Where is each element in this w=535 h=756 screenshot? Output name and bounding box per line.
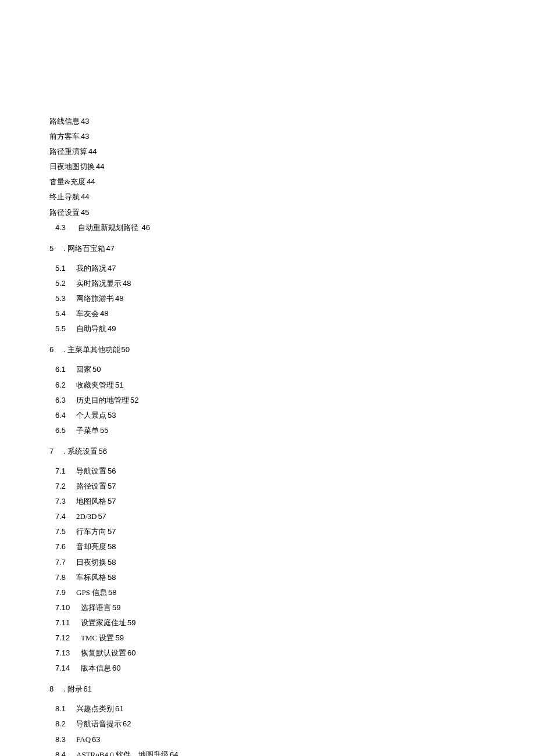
item-page: 59 — [115, 633, 123, 642]
item-page: 57 — [98, 512, 106, 521]
item-number: 7.7 — [55, 556, 76, 569]
toc-plain-item: 路线信息43 — [49, 115, 535, 128]
toc-sub-item: 5.4车友会48 — [49, 307, 535, 320]
toc-plain-item: 杳量&充度44 — [49, 175, 535, 188]
item-number: 8.4 — [55, 748, 76, 756]
section-title: . 网络百宝箱 — [63, 244, 105, 253]
item-title: 设置家庭住址 — [81, 618, 126, 627]
item-page: 43 — [81, 117, 89, 126]
item-title: 自助导航 — [76, 324, 106, 333]
item-page: 62 — [123, 719, 131, 728]
item-title: 子菜单 — [76, 426, 99, 435]
item-number: 7.3 — [55, 495, 76, 508]
item-page: 52 — [130, 396, 138, 404]
item-title: 版本信息 — [81, 664, 111, 672]
toc-item-4-3: 4.3 自动重新规划路径 46 — [49, 221, 535, 234]
item-number: 6.1 — [55, 363, 76, 376]
item-title: 车友会 — [76, 309, 99, 318]
item-number: 5.4 — [55, 307, 76, 320]
section-number: 7 — [49, 445, 63, 458]
section-number: 8 — [49, 683, 63, 696]
item-title: 收藏夹管理 — [76, 381, 114, 389]
item-page: 58 — [108, 588, 116, 597]
item-title: 音却亮度 — [76, 542, 106, 551]
toc-page: 路线信息43前方客车43路径重演算44 日夜地图切换44杳量&充度44终止导航4… — [0, 0, 535, 756]
item-page: 64 — [170, 750, 178, 756]
item-title: 日夜地图切换 — [49, 162, 95, 171]
toc-plain-item: 路径重演算44 — [49, 145, 535, 158]
item-number: 7.11 — [55, 617, 81, 629]
item-page: 57 — [108, 527, 116, 536]
item-title: 选择语言 — [81, 603, 111, 612]
item-page: 57 — [108, 497, 116, 506]
item-title: 网络旅游书 — [76, 294, 114, 303]
item-title: 自动重新规划路径 — [78, 223, 138, 232]
toc-section-heading: 5. 网络百宝箱47 — [49, 242, 535, 255]
section-page: 61 — [84, 685, 92, 693]
item-title: 车标风格 — [76, 573, 106, 582]
item-title: 2D/3D — [76, 512, 97, 521]
item-number: 7.6 — [55, 540, 76, 553]
item-title: 导航语音提示 — [76, 719, 122, 728]
item-page: 43 — [81, 132, 89, 141]
toc-sub-item: 7.5行车方向57 — [49, 525, 535, 538]
toc-plain-item: 日夜地图切换44 — [49, 160, 535, 173]
item-number: 6.2 — [55, 379, 76, 392]
item-title: 杳量&充度 — [49, 177, 85, 186]
toc-section-heading: 7. 系统设置56 — [49, 445, 535, 458]
item-page: 60 — [127, 648, 135, 657]
toc-sub-item: 8.1兴趣点类别61 — [49, 703, 535, 715]
item-page: 44 — [87, 177, 95, 186]
toc-sub-item: 6.1回家50 — [49, 363, 535, 376]
item-number: 8.1 — [55, 703, 76, 715]
toc-sub-item: 7.3地图风格57 — [49, 495, 535, 508]
section-number: 6 — [49, 343, 63, 356]
toc-section-heading: 8. 附录61 — [49, 683, 535, 696]
section-title: . 系统设置 — [63, 447, 98, 456]
toc-sub-item: 6.5子菜单55 — [49, 424, 535, 437]
item-page: 44 — [96, 162, 104, 171]
toc-sub-item: 5.3网络旅游书48 — [49, 292, 535, 305]
section-title: . 附录 — [63, 685, 83, 693]
toc-sub-item: 5.2实时路况显示48 — [49, 277, 535, 290]
item-title: TMC 设置 — [81, 633, 114, 642]
toc-sub-item: 6.2收藏夹管理51 — [49, 379, 535, 392]
item-title: 个人景点 — [76, 411, 106, 420]
toc-sub-item: 8.4ASTRoB4.0 软件、地图升级64 — [49, 748, 535, 756]
item-title: GPS 信息 — [76, 588, 107, 597]
item-number: 7.5 — [55, 525, 76, 538]
toc-sub-item: 7.12TMC 设置59 — [49, 632, 535, 644]
item-title: 导航设置 — [76, 467, 106, 475]
item-page: 47 — [108, 264, 116, 273]
item-number: 8.3 — [55, 733, 76, 746]
item-title: ASTRoB4.0 软件、地图升级 — [76, 750, 169, 756]
item-page: 55 — [100, 426, 108, 435]
item-title: 路径设置 — [76, 482, 106, 490]
item-number: 5.2 — [55, 277, 76, 290]
toc-sub-item: 6.4个人景点53 — [49, 409, 535, 422]
item-number: 7.9 — [55, 586, 76, 599]
item-title: 我的路况 — [76, 264, 106, 273]
item-number: 7.13 — [55, 647, 81, 660]
item-page: 61 — [115, 704, 123, 713]
item-number: 7.12 — [55, 632, 81, 644]
item-number: 4.3 — [55, 221, 76, 234]
toc-sub-item: 6.3历史目的地管理52 — [49, 394, 535, 407]
item-page: 48 — [123, 279, 131, 288]
item-page: 44 — [81, 192, 89, 201]
item-title: 路径重演算 — [49, 147, 87, 156]
toc-section-heading: 6. 主菜单其他功能50 — [49, 343, 535, 356]
toc-sub-item: 8.2导航语音提示62 — [49, 718, 535, 730]
item-number: 7.8 — [55, 571, 76, 584]
item-number: 6.4 — [55, 409, 76, 422]
toc-sub-item: 7.1导航设置56 — [49, 465, 535, 478]
item-page: 45 — [81, 208, 89, 217]
toc-plain-item: 前方客车43 — [49, 130, 535, 143]
item-title: 兴趣点类别 — [76, 704, 114, 713]
toc-sub-item: 8.3FAQ63 — [49, 733, 535, 746]
item-title: 路径设置 — [49, 208, 80, 217]
item-title: 历史目的地管理 — [76, 396, 129, 404]
toc-sub-item: 7.13恢复默认设置60 — [49, 647, 535, 660]
item-page: 44 — [88, 147, 97, 156]
section-page: 56 — [99, 447, 107, 456]
